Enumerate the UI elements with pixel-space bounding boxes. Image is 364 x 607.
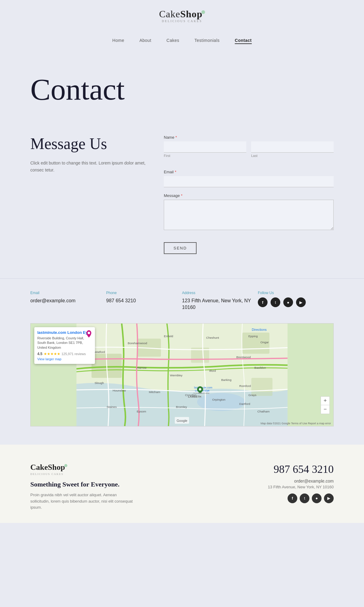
main-nav: Home About Cakes Testimonials Contact	[0, 32, 364, 50]
map-popup-title: lastminute.com London Eye	[37, 330, 92, 335]
map-popup: lastminute.com London Eye Riverside Buil…	[34, 327, 95, 364]
svg-text:Borehamwood: Borehamwood	[128, 341, 147, 344]
email-field-group: Email *	[164, 170, 334, 187]
last-sublabel: Last	[251, 154, 334, 158]
phone-info-value: 987 654 3210	[106, 297, 182, 304]
google-logo: Google	[175, 417, 189, 424]
svg-text:Watford: Watford	[95, 350, 105, 354]
map-view-larger[interactable]: View larger map	[37, 357, 61, 361]
svg-text:Slough: Slough	[95, 381, 104, 385]
svg-point-36	[199, 388, 201, 391]
svg-text:Romford: Romford	[239, 384, 251, 388]
svg-text:Barking: Barking	[221, 378, 231, 381]
map-popup-address: Riverside Building, County Hall, South B…	[37, 336, 92, 350]
logo[interactable]: CakeShop DELICIOUS CAKES	[0, 9, 364, 23]
footer: CakeShop DELICIOUS CAKES Something Sweet…	[0, 445, 364, 523]
footer-tagline: Something Sweet for Everyone.	[30, 480, 243, 488]
message-us-description: Click edit button to change this text. L…	[30, 160, 146, 173]
facebook-icon[interactable]: f	[258, 297, 268, 307]
last-name-input[interactable]	[251, 141, 334, 153]
svg-text:Epsom: Epsom	[137, 410, 146, 413]
phone-info-label: Phone	[106, 291, 182, 295]
logo-subtitle: DELICIOUS CAKES	[162, 19, 202, 23]
name-row: First Last	[164, 141, 334, 164]
email-info: Email order@example.com	[30, 291, 106, 311]
footer-logo-text: CakeShop	[30, 463, 65, 472]
footer-email: order@example.com	[243, 479, 334, 483]
map-container[interactable]: Watford Borehamwood Enfield Cheshunt Epp…	[30, 323, 334, 426]
nav-home[interactable]: Home	[112, 38, 124, 44]
message-us-heading: Message Us	[30, 135, 146, 152]
send-button[interactable]: SEND	[164, 242, 197, 254]
main-content: Message Us Click edit button to change t…	[0, 123, 364, 278]
zoom-out-button[interactable]: −	[321, 405, 329, 414]
map-popup-rating: 4.5 ★★★★★ 125,971 reviews	[37, 352, 92, 356]
contact-hero: Contact	[0, 50, 364, 123]
footer-instagram-icon[interactable]: ●	[312, 493, 322, 503]
map-section: Watford Borehamwood Enfield Cheshunt Epp…	[0, 323, 364, 445]
youtube-icon[interactable]: ▶	[296, 297, 306, 307]
social-info: Follow Us f t ● ▶	[258, 291, 334, 311]
svg-text:Ongar: Ongar	[260, 340, 269, 344]
message-field-group: Message *	[164, 193, 334, 231]
address-info-label: Address	[182, 291, 258, 295]
first-name-group: First	[164, 141, 246, 158]
phone-info: Phone 987 654 3210	[106, 291, 182, 311]
last-name-group: Last	[251, 141, 334, 158]
svg-text:Wembley: Wembley	[170, 374, 182, 377]
footer-twitter-icon[interactable]: t	[300, 493, 309, 503]
twitter-icon[interactable]: t	[271, 297, 280, 307]
first-name-input[interactable]	[164, 141, 246, 153]
svg-text:Epping: Epping	[248, 334, 258, 338]
svg-text:Enfield: Enfield	[164, 334, 173, 338]
name-label: Name *	[164, 135, 334, 140]
svg-text:lastminute.com: lastminute.com	[194, 386, 212, 389]
email-info-label: Email	[30, 291, 106, 295]
svg-text:Grays: Grays	[248, 393, 257, 396]
svg-text:Brentwood: Brentwood	[236, 355, 251, 359]
footer-phone: 987 654 3210	[243, 463, 334, 476]
message-textarea[interactable]	[164, 200, 334, 230]
footer-left: CakeShop DELICIOUS CAKES Something Sweet…	[30, 463, 243, 511]
directions-btn[interactable]: Directions	[252, 328, 267, 331]
svg-text:Hounslow: Hounslow	[113, 388, 126, 392]
logo-dot-icon	[201, 10, 205, 14]
svg-text:Orpington: Orpington	[212, 398, 225, 401]
instagram-icon[interactable]: ●	[283, 297, 293, 307]
footer-right: 987 654 3210 order@example.com 13 Fifth …	[243, 463, 334, 511]
contact-form: Name * First Last Email * M	[164, 135, 334, 254]
svg-text:Basildon: Basildon	[254, 366, 266, 369]
nav-cakes[interactable]: Cakes	[167, 38, 179, 44]
nav-about[interactable]: About	[140, 38, 151, 44]
footer-description: Proin gravida nibh vel velit auctor aliq…	[30, 492, 133, 511]
svg-text:Bromley: Bromley	[176, 405, 187, 409]
email-label: Email *	[164, 170, 334, 174]
social-label: Follow Us	[258, 291, 334, 295]
logo-text: CakeShop	[159, 9, 202, 19]
social-icons-group: f t ● ▶	[258, 297, 334, 307]
svg-text:Mitcham: Mitcham	[149, 390, 160, 393]
nav-testimonials[interactable]: Testimonials	[194, 38, 220, 44]
map-credit: Map data ©2021 Google Terms of Use Repor…	[261, 422, 331, 425]
footer-logo-sub: DELICIOUS CAKES	[30, 473, 243, 476]
page-title: Contact	[30, 74, 334, 105]
svg-text:LAMBETH: LAMBETH	[188, 395, 201, 398]
zoom-in-button[interactable]: +	[321, 397, 329, 405]
svg-text:Chatham: Chatham	[258, 410, 270, 413]
email-info-value: order@example.com	[30, 297, 106, 304]
first-sublabel: First	[164, 154, 246, 158]
address-info: Address 123 Fifth Avenue, New York, NY 1…	[182, 291, 258, 311]
svg-point-1	[197, 393, 245, 411]
name-field-group: Name * First Last	[164, 135, 334, 164]
footer-logo-dot	[64, 464, 67, 467]
footer-youtube-icon[interactable]: ▶	[324, 493, 334, 503]
map-popup-icon	[86, 330, 92, 338]
message-us-section: Message Us Click edit button to change t…	[30, 135, 146, 254]
footer-facebook-icon[interactable]: f	[288, 493, 297, 503]
svg-text:Dartford: Dartford	[239, 402, 250, 405]
email-input[interactable]	[164, 176, 334, 187]
svg-text:Staines: Staines	[106, 405, 116, 409]
svg-point-37	[88, 332, 90, 334]
address-info-value: 123 Fifth Avenue, New York, NY 10160	[182, 297, 258, 311]
nav-contact[interactable]: Contact	[235, 38, 252, 44]
